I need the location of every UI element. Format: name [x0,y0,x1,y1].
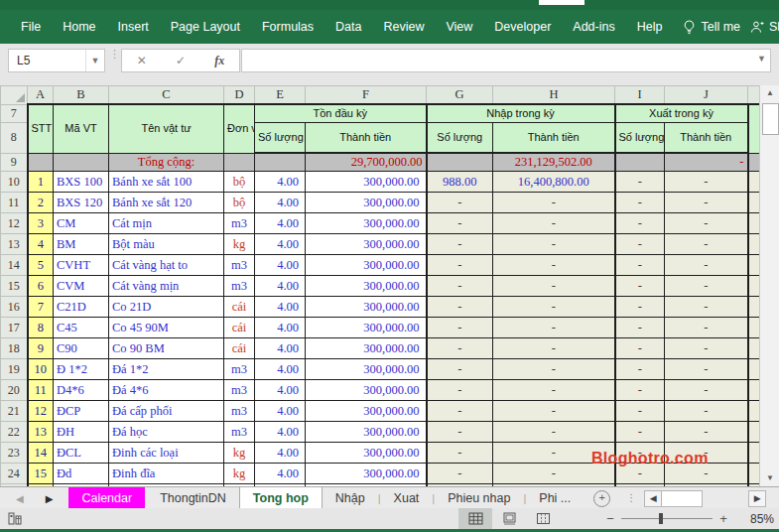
cell-so-luong-ton[interactable]: 4.00 [255,464,306,484]
cell-don-vi[interactable]: bộ [224,193,255,213]
cell-stt[interactable]: 7 [28,297,54,318]
ribbon-tab-home[interactable]: Home [52,10,106,44]
hscroll-right-icon[interactable]: ▶ [748,490,766,507]
cell-so-luong-xuat[interactable]: - [615,193,665,213]
header-group-nhap-trong-ky[interactable]: Nhập trong kỳ [427,104,615,123]
row-number[interactable]: 12 [1,213,28,234]
cell-stt[interactable]: 14 [28,443,54,464]
cell-thanh-tien-ton[interactable]: 300,000.00 [306,443,427,464]
column-header-I[interactable]: I [615,86,665,105]
cell-thanh-tien-nhap[interactable]: - [493,255,615,276]
cell-so-luong-xuat[interactable]: - [615,401,665,422]
sheet-tab-phieu-nhap[interactable]: Phieu nhap [435,487,523,509]
cell-don-vi[interactable]: cái [224,318,255,338]
cell-ten-vat-tu[interactable]: Cát vàng mịn [109,276,224,297]
header-so-luong-xuat[interactable]: Số lượng [615,123,665,154]
header-so-luong-ton[interactable]: Số lượng [255,123,306,154]
sheet-tab-tong-hop[interactable]: Tong hop [239,487,323,509]
sheet-nav-next-icon[interactable]: ▶ [46,493,54,504]
cell-ma-vt[interactable]: Đ 1*2 [54,359,109,380]
cell-so-luong-xuat[interactable]: - [615,172,665,193]
cell-thanh-tien-xuat[interactable]: - [665,234,748,255]
cell-so-luong-ton[interactable]: 4.00 [255,443,306,464]
cell-so-luong-nhap[interactable]: - [427,338,493,359]
enter-check-icon[interactable]: ✓ [176,54,186,67]
total-cell-d[interactable] [224,153,255,172]
horizontal-scrollbar-thumb[interactable] [662,490,703,507]
zoom-percentage[interactable]: 85% [740,512,774,526]
cell-thanh-tien-xuat[interactable]: - [665,380,748,401]
header-stt[interactable]: STT [28,104,54,153]
cell-so-luong-xuat[interactable]: - [615,276,665,297]
cell-thanh-tien-nhap[interactable]: - [493,338,615,359]
row-number[interactable]: 17 [1,318,28,338]
page-break-view-icon[interactable] [526,508,560,529]
cell-thanh-tien-ton[interactable]: 300,000.00 [306,401,427,422]
cell-don-vi[interactable]: m3 [224,359,255,380]
cell-so-luong-ton[interactable]: 4.00 [255,234,306,255]
cell-thanh-tien-ton[interactable]: 300,000.00 [306,193,427,213]
cell-stt[interactable]: 10 [28,359,54,380]
total-xuat-trong-ky[interactable]: - [665,153,748,172]
header-thanh-tien-nhap[interactable]: Thành tiền [493,123,615,154]
cell-so-luong-ton[interactable]: 4.00 [255,193,306,213]
column-header-E[interactable]: E [255,86,306,105]
vertical-scrollbar[interactable]: ▲ ▼ [759,85,779,486]
name-box[interactable]: L5 ▼ [8,49,105,72]
row-number[interactable]: 7 [1,104,28,123]
cell-so-luong-ton[interactable]: 4.00 [255,338,306,359]
cell-so-luong-xuat[interactable]: - [615,297,665,318]
cell-don-vi[interactable]: cái [224,297,255,318]
cell-don-vi[interactable]: kg [224,464,255,484]
cell-don-vi[interactable]: m3 [224,380,255,401]
ribbon-tab-insert[interactable]: Insert [107,10,160,44]
cell-don-vi[interactable]: m3 [224,255,255,276]
header-thanh-tien-ton[interactable]: Thành tiền [306,123,427,154]
ribbon-tab-page-layout[interactable]: Page Layout [160,10,251,44]
row-number[interactable]: 13 [1,234,28,255]
cell-ten-vat-tu[interactable]: Bánh xe sắt 120 [109,193,224,213]
cell-thanh-tien-xuat[interactable]: - [665,172,748,193]
cell-stt[interactable]: 3 [28,213,54,234]
cell-don-vi[interactable]: m3 [224,401,255,422]
cell-so-luong-nhap[interactable]: - [427,464,493,484]
sheet-tab-xuat[interactable]: Xuat [381,487,433,509]
cell-so-luong-nhap[interactable]: - [427,318,493,338]
cell-so-luong-xuat[interactable]: - [615,422,665,443]
cell-so-luong-xuat[interactable]: - [615,380,665,401]
total-label[interactable]: Tổng cộng: [109,153,224,172]
column-header-J[interactable]: J [665,86,748,105]
cell-so-luong-ton[interactable]: 4.00 [255,380,306,401]
column-header-F[interactable]: F [306,86,427,105]
cell-thanh-tien-xuat[interactable]: - [665,359,748,380]
ribbon-tab-add-ins[interactable]: Add-ins [562,10,625,44]
cell-so-luong-xuat[interactable]: - [615,338,665,359]
column-header-H[interactable]: H [493,86,615,105]
cell-ma-vt[interactable]: BM [54,234,109,255]
cell-ten-vat-tu[interactable]: Đá 1*2 [109,359,224,380]
cell-don-vi[interactable]: m3 [224,422,255,443]
cell-ma-vt[interactable]: C21D [54,297,109,318]
cell-so-luong-nhap[interactable]: - [427,193,493,213]
cell-ma-vt[interactable]: C45 [54,318,109,338]
cell-ten-vat-tu[interactable]: Đá cấp phối [109,401,224,422]
cell-ten-vat-tu[interactable]: Co 21D [109,297,224,318]
row-number[interactable]: 15 [1,276,28,297]
cell-thanh-tien-nhap[interactable]: - [493,297,615,318]
cell-stt[interactable]: 11 [28,380,54,401]
tabbar-options-icon[interactable]: ⋮ [626,496,636,500]
normal-view-icon[interactable] [458,508,492,529]
cell-ten-vat-tu[interactable]: Bánh xe sắt 100 [109,172,224,193]
cell-thanh-tien-xuat[interactable]: - [665,338,748,359]
row-number[interactable]: 8 [1,123,28,154]
cell-so-luong-nhap[interactable]: - [427,359,493,380]
cell-thanh-tien-ton[interactable]: 300,000.00 [306,172,427,193]
cell-thanh-tien-ton[interactable]: 300,000.00 [306,422,427,443]
cell-thanh-tien-ton[interactable]: 300,000.00 [306,255,427,276]
zoom-out-icon[interactable]: − [603,511,617,526]
cell-thanh-tien-ton[interactable]: 300,000.00 [306,213,427,234]
header-ma-vt[interactable]: Mã VT [54,104,109,153]
cell-stt[interactable]: 9 [28,338,54,359]
cell-thanh-tien-ton[interactable]: 300,000.00 [306,234,427,255]
cell-ten-vat-tu[interactable]: Cát mịn [109,213,224,234]
